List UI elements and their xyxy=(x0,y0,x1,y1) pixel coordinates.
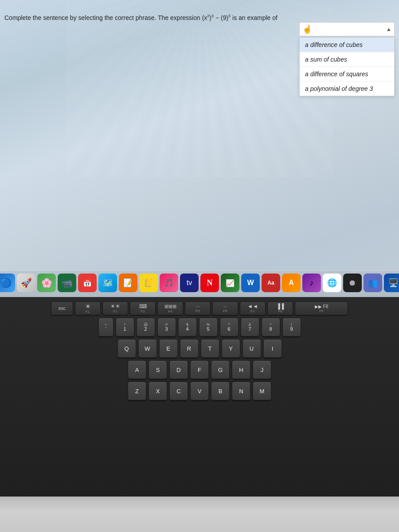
key-q[interactable]: Q xyxy=(117,339,136,358)
background-pattern xyxy=(66,0,332,177)
key-6[interactable]: ^ 6 xyxy=(220,318,239,336)
key-b[interactable]: B xyxy=(211,382,230,400)
dock-icon-notes[interactable]: 📒 xyxy=(139,274,158,292)
dock-icon-reminders[interactable]: 📝 xyxy=(119,274,137,292)
key-f2[interactable]: ☀☀ F2 xyxy=(102,301,128,315)
dock-icon-finder[interactable]: 🔵 xyxy=(0,274,15,292)
key-e[interactable]: E xyxy=(159,339,178,358)
key-s[interactable]: S xyxy=(149,360,167,379)
key-g[interactable]: G xyxy=(211,360,230,379)
key-2[interactable]: @ 2 xyxy=(137,318,155,336)
question-text: Complete the sentence by selecting the c… xyxy=(4,13,395,22)
key-j[interactable]: J xyxy=(253,360,271,379)
key-f[interactable]: F xyxy=(190,360,209,379)
dropdown-option-sum-cubes[interactable]: a sum of cubes xyxy=(300,52,394,67)
key-n[interactable]: N xyxy=(232,382,250,400)
dock-icon-chrome[interactable]: 🌐 xyxy=(323,274,341,292)
dock-icon-maps[interactable]: 🗺️ xyxy=(98,274,117,292)
dock-icon-appletv[interactable]: tv xyxy=(180,274,199,292)
key-i[interactable]: I xyxy=(263,339,282,358)
dock-icon-photos[interactable]: 🌸 xyxy=(37,274,56,292)
dock-icon-stocks[interactable]: 📈 xyxy=(221,274,239,292)
key-u[interactable]: U xyxy=(243,339,261,358)
dock-icon-fonts[interactable]: A xyxy=(282,274,301,292)
dock-icon-launchpad[interactable]: 🚀 xyxy=(17,274,35,292)
dock-icon-dict[interactable]: Aa xyxy=(262,274,280,292)
asdf-row: A S D F G H J xyxy=(4,360,395,379)
key-f1[interactable]: ☀ F1 xyxy=(75,301,101,315)
keyboard-area: esc ☀ F1 ☀☀ F2 ⌨ F3 ⊞⊞⊞ F4 ··· F5 ··· F6… xyxy=(0,297,399,532)
key-h[interactable]: H xyxy=(232,360,250,379)
dock-icon-music[interactable]: 🎵 xyxy=(160,274,178,292)
dock-icon-music2[interactable]: ♪ xyxy=(302,274,321,292)
key-4[interactable]: $ 4 xyxy=(178,318,197,336)
keyboard-bottom-bezel xyxy=(0,497,399,532)
key-9[interactable]: ( 9 xyxy=(282,318,301,336)
key-f5[interactable]: ··· F5 xyxy=(185,301,211,315)
key-f9-f10[interactable]: ▶▶ F8 F9 xyxy=(295,301,348,315)
dropdown-option-difference-cubes[interactable]: a difference of cubes xyxy=(300,38,394,52)
dock: 🔵 🚀 🌸 📹 📅 🗺️ 📝 📒 🎵 tv N 📈 W Aa A ♪ 🌐 ⏺ 👥… xyxy=(0,270,399,295)
key-3[interactable]: # 3 xyxy=(157,318,176,336)
key-f8[interactable]: ▐▐ F8 xyxy=(267,301,293,315)
dock-icon-facetime[interactable]: 📹 xyxy=(58,274,76,292)
key-a[interactable]: A xyxy=(128,360,146,379)
key-y[interactable]: Y xyxy=(222,339,240,358)
key-f3[interactable]: ⌨ F3 xyxy=(130,301,156,315)
qwerty-row: Q W E R T Y U I xyxy=(4,339,395,358)
key-z[interactable]: Z xyxy=(128,382,146,400)
dock-icon-word[interactable]: W xyxy=(241,274,260,292)
key-d[interactable]: D xyxy=(169,360,188,379)
key-x[interactable]: X xyxy=(149,382,167,400)
key-1[interactable]: ! 1 xyxy=(116,318,134,336)
number-key-row: ~ ` ! 1 @ 2 # 3 $ 4 % 5 ^ 6 & 7 xyxy=(4,318,395,336)
key-w[interactable]: W xyxy=(138,339,157,358)
screen: Complete the sentence by selecting the c… xyxy=(0,0,399,301)
key-r[interactable]: R xyxy=(180,339,199,358)
key-8[interactable]: * 8 xyxy=(262,318,280,336)
dropdown-menu: a difference of cubes a sum of cubes a d… xyxy=(299,37,395,96)
answer-dropdown[interactable]: ☝ ▲ a difference of cubes a sum of cubes… xyxy=(299,22,395,96)
dock-icon-teams[interactable]: 👥 xyxy=(364,274,382,292)
fn-key-row: esc ☀ F1 ☀☀ F2 ⌨ F3 ⊞⊞⊞ F4 ··· F5 ··· F6… xyxy=(4,301,395,315)
dock-icon-calendar[interactable]: 📅 xyxy=(78,274,97,292)
dropdown-option-polynomial[interactable]: a polynomial of degree 3 xyxy=(300,82,394,96)
key-v[interactable]: V xyxy=(190,382,209,400)
dock-icon-screen-record[interactable]: ⏺ xyxy=(343,274,362,292)
key-c[interactable]: C xyxy=(169,382,188,400)
key-t[interactable]: T xyxy=(201,339,219,358)
dropdown-arrow-icon[interactable]: ▲ xyxy=(386,26,391,32)
key-f6[interactable]: ··· F6 xyxy=(212,301,238,315)
key-f7[interactable]: ◄◄ F7 xyxy=(240,301,266,315)
dropdown-option-difference-squares[interactable]: a difference of squares xyxy=(300,67,394,82)
dropdown-input-row[interactable]: ☝ ▲ xyxy=(299,22,395,36)
key-7[interactable]: & 7 xyxy=(241,318,259,336)
dock-icon-finder2[interactable]: 🖥️ xyxy=(384,274,399,292)
question-area: Complete the sentence by selecting the c… xyxy=(4,13,395,22)
key-m[interactable]: M xyxy=(253,382,271,400)
zxcv-row: Z X C V B N M xyxy=(4,382,395,400)
key-f4[interactable]: ⊞⊞⊞ F4 xyxy=(157,301,183,315)
dock-icon-netflix[interactable]: N xyxy=(200,274,219,292)
key-5[interactable]: % 5 xyxy=(199,318,218,336)
cursor-icon: ☝ xyxy=(302,24,312,34)
key-tilde[interactable]: ~ ` xyxy=(98,318,113,336)
key-esc[interactable]: esc xyxy=(51,301,73,315)
